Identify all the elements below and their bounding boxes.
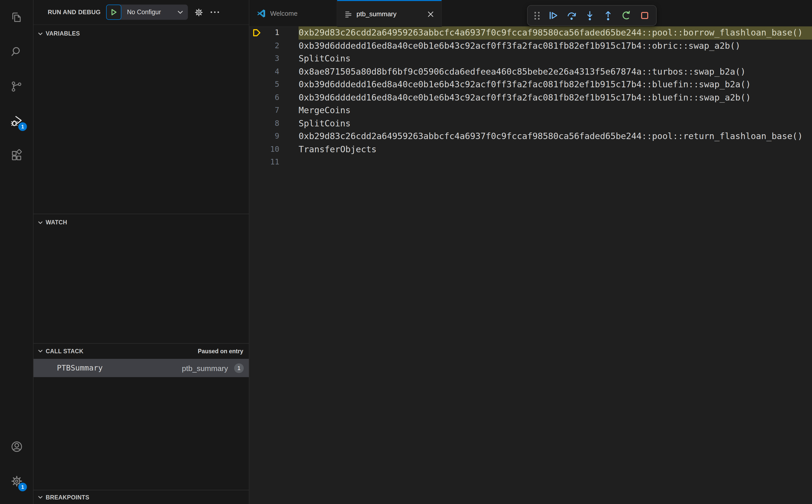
variables-section-label: VARIABLES xyxy=(46,30,80,37)
step-out-button[interactable] xyxy=(603,10,614,21)
tab-welcome[interactable]: Welcome xyxy=(249,0,337,26)
configuration-dropdown-value: No Configur xyxy=(127,9,177,16)
code-line: 7 MergeCoins xyxy=(249,104,812,117)
activity-bar-bottom: 1 xyxy=(0,429,33,504)
sidebar-item-run-and-debug[interactable]: 1 xyxy=(0,104,33,138)
call-stack-section-header[interactable]: CALL STACK Paused on entry xyxy=(37,344,249,358)
step-over-button[interactable] xyxy=(566,10,577,21)
code-line: 1 0xb29d83c26cdd2a64959263abbcfc4a6937f0… xyxy=(249,26,812,39)
debug-settings-gear-icon[interactable] xyxy=(194,7,204,17)
debug-badge: 1 xyxy=(18,122,27,131)
code-text: SplitCoins xyxy=(298,52,812,65)
list-file-icon xyxy=(344,10,352,18)
stack-frame-badge: 1 xyxy=(234,363,244,373)
sidebar-item-accounts[interactable] xyxy=(0,429,33,464)
start-debugging-icon xyxy=(110,8,118,16)
stop-button[interactable] xyxy=(639,10,650,21)
configuration-dropdown[interactable]: No Configur xyxy=(121,5,188,20)
continue-button[interactable] xyxy=(548,10,559,21)
tab-label: ptb_summary xyxy=(356,10,396,18)
line-number: 5 xyxy=(275,78,279,91)
chevron-down-icon xyxy=(37,347,44,355)
sidebar-item-search[interactable] xyxy=(0,35,33,69)
activity-bar-top: 1 xyxy=(0,0,33,173)
activity-bar: 1 xyxy=(0,0,34,504)
sidebar-title: RUN AND DEBUG xyxy=(48,9,101,16)
breakpoints-section-label: BREAKPOINTS xyxy=(46,494,89,500)
line-number: 1 xyxy=(275,26,279,39)
code-line: 2 0xb39d6dddedd16ed8a40ce0b1e6b43c92acf0… xyxy=(249,39,812,52)
run-and-debug-sidebar: RUN AND DEBUG No Configur xyxy=(34,0,249,504)
sidebar-item-source-control[interactable] xyxy=(0,69,33,104)
code-line: 3 SplitCoins xyxy=(249,52,812,65)
editor-gutter[interactable]: 11 xyxy=(249,156,298,169)
restart-button[interactable] xyxy=(621,10,632,21)
editor-gutter[interactable]: 3 xyxy=(249,52,298,65)
files-icon xyxy=(10,11,23,24)
code-text: 0xb39d6dddedd16ed8a40ce0b1e6b43c92acf0ff… xyxy=(298,91,812,104)
code-editor[interactable]: 1 0xb29d83c26cdd2a64959263abbcfc4a6937f0… xyxy=(249,26,812,504)
sidebar-item-explorer[interactable] xyxy=(0,0,33,35)
code-text: 0xb39d6dddedd16ed8a40ce0b1e6b43c92acf0ff… xyxy=(298,39,812,52)
code-text: 0xb39d6dddedd16ed8a40ce0b1e6b43c92acf0ff… xyxy=(298,78,812,91)
editor-gutter[interactable]: 9 xyxy=(249,130,298,143)
tab-ptb-summary[interactable]: ptb_summary xyxy=(337,0,442,27)
chevron-down-icon xyxy=(177,9,183,15)
code-line: 4 0x8ae871505a80d8bf6bf9c05906cda6edfeea… xyxy=(249,65,812,78)
line-number: 2 xyxy=(275,39,279,52)
code-text: TransferObjects xyxy=(298,143,812,156)
account-icon xyxy=(10,440,23,453)
close-icon[interactable] xyxy=(427,10,434,18)
chevron-down-icon xyxy=(37,30,44,37)
sidebar-header: RUN AND DEBUG No Configur xyxy=(34,0,249,25)
code-text: 0xb29d83c26cdd2a64959263abbcfc4a6937f0c9… xyxy=(298,130,812,143)
watch-section-header[interactable]: WATCH xyxy=(37,214,249,230)
code-line: 10 TransferObjects xyxy=(249,143,812,156)
editor-group: Welcome ptb_summary xyxy=(249,0,812,504)
editor-gutter[interactable]: 7 xyxy=(249,104,298,117)
chevron-down-icon xyxy=(37,219,44,226)
chevron-down-icon xyxy=(37,493,44,501)
debug-toolbar xyxy=(527,5,657,26)
vscode-logo-icon xyxy=(256,8,266,18)
line-number: 9 xyxy=(275,130,279,143)
source-control-icon xyxy=(10,80,23,93)
editor-gutter[interactable]: 4 xyxy=(249,65,298,78)
editor-gutter[interactable]: 2 xyxy=(249,39,298,52)
code-text: MergeCoins xyxy=(298,104,812,117)
breakpoints-section-header[interactable]: BREAKPOINTS xyxy=(37,490,249,504)
editor-gutter[interactable]: 1 xyxy=(249,26,298,39)
code-line: 5 0xb39d6dddedd16ed8a40ce0b1e6b43c92acf0… xyxy=(249,78,812,91)
code-line: 6 0xb39d6dddedd16ed8a40ce0b1e6b43c92acf0… xyxy=(249,91,812,104)
line-number: 3 xyxy=(275,52,279,65)
sidebar-item-extensions[interactable] xyxy=(0,138,33,173)
search-icon xyxy=(10,45,23,58)
call-stack-section-label: CALL STACK xyxy=(46,348,84,354)
call-stack-frame-row[interactable]: PTBSummary ptb_summary 1 xyxy=(34,359,249,377)
start-debugging-button[interactable] xyxy=(106,5,121,20)
toolbar-drag-handle-icon[interactable] xyxy=(534,11,540,20)
step-into-button[interactable] xyxy=(585,10,595,21)
code-text: SplitCoins xyxy=(298,117,812,130)
line-number: 6 xyxy=(275,91,279,104)
call-stack-status: Paused on entry xyxy=(198,348,243,354)
line-number: 11 xyxy=(270,156,279,169)
editor-gutter[interactable]: 8 xyxy=(249,117,298,130)
code-line: 8 SplitCoins xyxy=(249,117,812,130)
editor-gutter[interactable]: 10 xyxy=(249,143,298,156)
editor-gutter[interactable]: 6 xyxy=(249,91,298,104)
code-text: 0x8ae871505a80d8bf6bf9c05906cda6edfeea46… xyxy=(298,65,812,78)
more-actions-icon[interactable] xyxy=(210,11,219,14)
code-text: 0xb29d83c26cdd2a64959263abbcfc4a6937f0c9… xyxy=(298,26,812,39)
stack-frame-session: ptb_summary xyxy=(182,364,228,372)
vscode-window: 1 xyxy=(0,0,812,504)
sidebar-item-settings[interactable]: 1 xyxy=(0,464,33,498)
variables-section-header[interactable]: VARIABLES xyxy=(37,24,249,43)
editor-gutter[interactable]: 5 xyxy=(249,78,298,91)
stack-frame-name: PTBSummary xyxy=(57,363,103,373)
extensions-icon xyxy=(10,149,23,162)
line-number: 7 xyxy=(275,104,279,117)
launch-configuration-control: No Configur xyxy=(106,5,188,20)
line-number: 4 xyxy=(275,65,279,78)
debug-current-line-arrow-icon xyxy=(252,28,261,37)
